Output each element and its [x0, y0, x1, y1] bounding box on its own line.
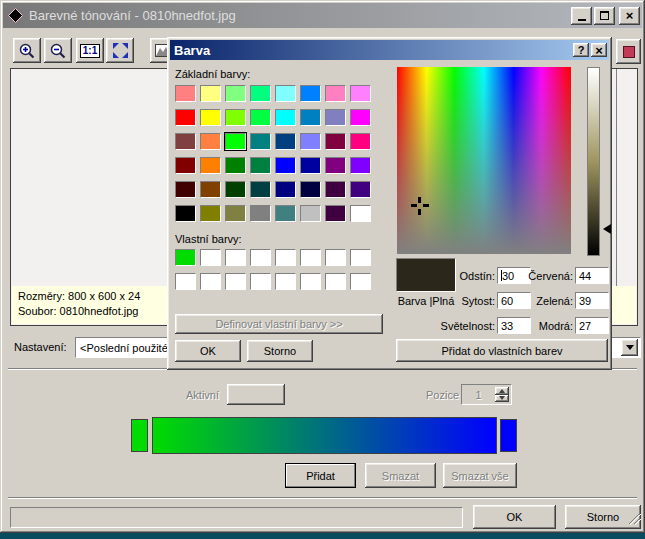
- ok-button[interactable]: OK: [473, 505, 556, 529]
- color-swatch[interactable]: [225, 205, 246, 222]
- dialog-cancel-button[interactable]: Storno: [247, 340, 313, 362]
- color-swatch[interactable]: [200, 133, 221, 150]
- color-swatch[interactable]: [350, 85, 371, 102]
- color-swatch[interactable]: [175, 157, 196, 174]
- color-swatch[interactable]: [350, 249, 371, 266]
- dialog-help-button[interactable]: ?: [573, 43, 589, 57]
- add-to-custom-colors-button[interactable]: Přidat do vlastních barev: [396, 339, 608, 362]
- color-swatch[interactable]: [350, 181, 371, 198]
- color-swatch[interactable]: [325, 133, 346, 150]
- color-swatch[interactable]: [250, 181, 271, 198]
- add-button[interactable]: Přidat: [285, 463, 356, 488]
- color-swatch[interactable]: [200, 109, 221, 126]
- dialog-ok-button[interactable]: OK: [175, 340, 241, 362]
- color-swatch[interactable]: [300, 205, 321, 222]
- color-swatch[interactable]: [275, 249, 296, 266]
- color-swatch[interactable]: [175, 205, 196, 222]
- color-swatch[interactable]: [175, 85, 196, 102]
- spinner-up-button[interactable]: [495, 387, 509, 395]
- color-swatch[interactable]: [325, 109, 346, 126]
- color-swatch[interactable]: [300, 249, 321, 266]
- luminance-bar[interactable]: [587, 67, 600, 256]
- color-swatch[interactable]: [300, 273, 321, 290]
- color-swatch[interactable]: [325, 249, 346, 266]
- color-swatch[interactable]: [275, 205, 296, 222]
- color-swatch[interactable]: [225, 157, 246, 174]
- green-input[interactable]: 39: [575, 292, 609, 309]
- close-icon: ×: [626, 9, 634, 22]
- color-swatch[interactable]: [200, 181, 221, 198]
- color-swatch[interactable]: [325, 181, 346, 198]
- color-swatch[interactable]: [350, 133, 371, 150]
- color-swatch[interactable]: [225, 273, 246, 290]
- color-swatch[interactable]: [200, 249, 221, 266]
- color-swatch[interactable]: [225, 85, 246, 102]
- color-swatch[interactable]: [250, 273, 271, 290]
- gradient-bar[interactable]: [152, 417, 497, 454]
- zoom-in-button[interactable]: [13, 38, 41, 63]
- color-swatch[interactable]: [300, 109, 321, 126]
- progress-bar: [10, 507, 463, 528]
- color-swatch[interactable]: [350, 109, 371, 126]
- color-select-button[interactable]: [616, 39, 641, 64]
- color-swatch[interactable]: [350, 205, 371, 222]
- color-swatch[interactable]: [225, 181, 246, 198]
- maximize-button[interactable]: [594, 7, 615, 25]
- color-swatch[interactable]: [350, 273, 371, 290]
- color-swatch[interactable]: [175, 181, 196, 198]
- color-swatch[interactable]: [175, 109, 196, 126]
- color-swatch[interactable]: [275, 109, 296, 126]
- zoom-one-to-one-button[interactable]: 1:1: [76, 38, 104, 63]
- color-swatch[interactable]: [300, 85, 321, 102]
- color-swatch[interactable]: [250, 205, 271, 222]
- color-swatch[interactable]: [275, 273, 296, 290]
- color-swatch[interactable]: [250, 109, 271, 126]
- color-swatch[interactable]: [275, 157, 296, 174]
- close-button[interactable]: ×: [619, 7, 640, 25]
- gradient-end-swatch[interactable]: [500, 419, 517, 452]
- color-swatch[interactable]: [275, 85, 296, 102]
- hue-saturation-field[interactable]: [397, 67, 571, 254]
- color-swatch[interactable]: [225, 133, 246, 150]
- color-swatch[interactable]: [200, 273, 221, 290]
- window-title: Barevné tónování - 0810hnedfot.jpg: [29, 8, 569, 23]
- color-swatch[interactable]: [175, 133, 196, 150]
- delete-button-label: Smazat: [382, 470, 419, 482]
- color-swatch[interactable]: [275, 133, 296, 150]
- color-swatch[interactable]: [175, 273, 196, 290]
- color-swatch[interactable]: [250, 85, 271, 102]
- color-swatch[interactable]: [325, 85, 346, 102]
- fit-to-window-button[interactable]: [106, 38, 134, 63]
- red-input[interactable]: 44: [575, 267, 609, 284]
- color-swatch[interactable]: [225, 109, 246, 126]
- color-swatch[interactable]: [175, 249, 196, 266]
- color-swatch[interactable]: [300, 157, 321, 174]
- minimize-button[interactable]: [571, 7, 592, 25]
- color-swatch[interactable]: [200, 85, 221, 102]
- zoom-out-icon: [49, 42, 67, 60]
- custom-colors-label: Vlastní barvy:: [175, 233, 242, 245]
- color-swatch[interactable]: [350, 157, 371, 174]
- color-swatch[interactable]: [325, 205, 346, 222]
- color-swatch[interactable]: [300, 133, 321, 150]
- blue-input[interactable]: 27: [575, 317, 609, 334]
- color-swatch[interactable]: [200, 157, 221, 174]
- color-swatch[interactable]: [300, 181, 321, 198]
- gradient-start-swatch[interactable]: [131, 419, 148, 452]
- color-swatch[interactable]: [250, 133, 271, 150]
- color-swatch[interactable]: [250, 157, 271, 174]
- color-swatch[interactable]: [200, 205, 221, 222]
- resize-grip[interactable]: [627, 512, 641, 525]
- spinner-down-button[interactable]: [495, 395, 509, 403]
- color-swatch[interactable]: [325, 157, 346, 174]
- color-swatch[interactable]: [250, 249, 271, 266]
- luminance-arrow-icon[interactable]: [603, 224, 611, 234]
- zoom-out-button[interactable]: [44, 38, 72, 63]
- maximize-icon: [600, 11, 609, 20]
- dialog-close-button[interactable]: ×: [591, 43, 607, 57]
- color-swatch[interactable]: [225, 249, 246, 266]
- color-swatch[interactable]: [275, 181, 296, 198]
- settings-dropdown-button[interactable]: [621, 339, 638, 356]
- green-label: Zelená:: [503, 295, 573, 307]
- color-swatch[interactable]: [325, 273, 346, 290]
